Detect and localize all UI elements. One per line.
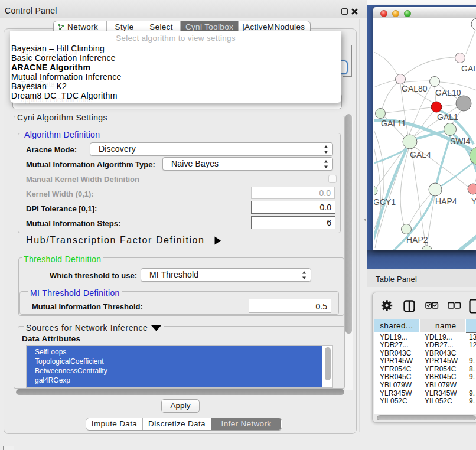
svg-text:HAP4: HAP4 [435, 197, 457, 206]
svg-text:GAL: GAL [461, 64, 476, 73]
svg-text:SWI4: SWI4 [450, 136, 470, 146]
svg-text:GCY1: GCY1 [374, 197, 396, 207]
svg-text:GAL1: GAL1 [437, 112, 458, 122]
svg-text:GAL80: GAL80 [402, 84, 428, 93]
svg-text:HAP2: HAP2 [406, 235, 428, 244]
svg-text:GAL4: GAL4 [410, 150, 431, 159]
svg-text:Y: Y [471, 197, 476, 206]
svg-text:GAL11: GAL11 [381, 119, 406, 128]
svg-text:GAL10: GAL10 [435, 88, 461, 97]
